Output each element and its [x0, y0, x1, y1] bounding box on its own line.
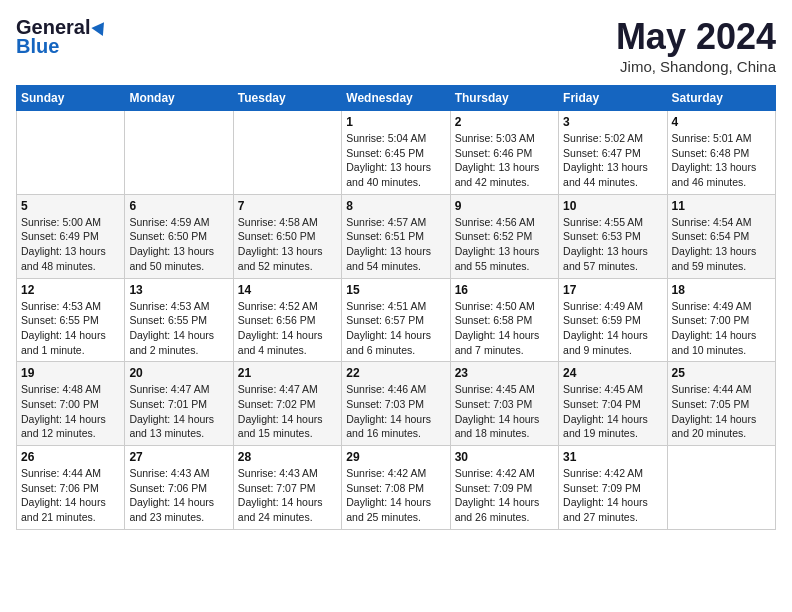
- calendar-cell: 4Sunrise: 5:01 AM Sunset: 6:48 PM Daylig…: [667, 111, 775, 195]
- calendar-cell: 3Sunrise: 5:02 AM Sunset: 6:47 PM Daylig…: [559, 111, 667, 195]
- day-number: 15: [346, 283, 445, 297]
- calendar-cell: 19Sunrise: 4:48 AM Sunset: 7:00 PM Dayli…: [17, 362, 125, 446]
- day-info: Sunrise: 4:49 AM Sunset: 7:00 PM Dayligh…: [672, 299, 771, 358]
- calendar-cell: 27Sunrise: 4:43 AM Sunset: 7:06 PM Dayli…: [125, 446, 233, 530]
- day-number: 29: [346, 450, 445, 464]
- day-number: 17: [563, 283, 662, 297]
- day-number: 28: [238, 450, 337, 464]
- location: Jimo, Shandong, China: [616, 58, 776, 75]
- day-info: Sunrise: 4:59 AM Sunset: 6:50 PM Dayligh…: [129, 215, 228, 274]
- calendar-cell: 2Sunrise: 5:03 AM Sunset: 6:46 PM Daylig…: [450, 111, 558, 195]
- day-info: Sunrise: 4:58 AM Sunset: 6:50 PM Dayligh…: [238, 215, 337, 274]
- logo: General Blue: [16, 16, 110, 58]
- day-info: Sunrise: 4:56 AM Sunset: 6:52 PM Dayligh…: [455, 215, 554, 274]
- day-info: Sunrise: 4:49 AM Sunset: 6:59 PM Dayligh…: [563, 299, 662, 358]
- weekday-header-thursday: Thursday: [450, 86, 558, 111]
- calendar-cell: [17, 111, 125, 195]
- calendar-cell: 15Sunrise: 4:51 AM Sunset: 6:57 PM Dayli…: [342, 278, 450, 362]
- day-info: Sunrise: 5:04 AM Sunset: 6:45 PM Dayligh…: [346, 131, 445, 190]
- day-info: Sunrise: 4:48 AM Sunset: 7:00 PM Dayligh…: [21, 382, 120, 441]
- day-info: Sunrise: 5:01 AM Sunset: 6:48 PM Dayligh…: [672, 131, 771, 190]
- day-number: 9: [455, 199, 554, 213]
- calendar-cell: 1Sunrise: 5:04 AM Sunset: 6:45 PM Daylig…: [342, 111, 450, 195]
- weekday-header-sunday: Sunday: [17, 86, 125, 111]
- calendar-cell: 30Sunrise: 4:42 AM Sunset: 7:09 PM Dayli…: [450, 446, 558, 530]
- day-number: 27: [129, 450, 228, 464]
- svg-marker-0: [92, 19, 110, 36]
- calendar-cell: 29Sunrise: 4:42 AM Sunset: 7:08 PM Dayli…: [342, 446, 450, 530]
- calendar-cell: 13Sunrise: 4:53 AM Sunset: 6:55 PM Dayli…: [125, 278, 233, 362]
- calendar-cell: 24Sunrise: 4:45 AM Sunset: 7:04 PM Dayli…: [559, 362, 667, 446]
- logo-blue: Blue: [16, 35, 59, 58]
- day-number: 24: [563, 366, 662, 380]
- logo-icon: [91, 19, 109, 37]
- day-info: Sunrise: 4:57 AM Sunset: 6:51 PM Dayligh…: [346, 215, 445, 274]
- day-info: Sunrise: 4:47 AM Sunset: 7:01 PM Dayligh…: [129, 382, 228, 441]
- calendar-cell: 7Sunrise: 4:58 AM Sunset: 6:50 PM Daylig…: [233, 194, 341, 278]
- calendar-cell: [667, 446, 775, 530]
- day-info: Sunrise: 5:02 AM Sunset: 6:47 PM Dayligh…: [563, 131, 662, 190]
- day-number: 11: [672, 199, 771, 213]
- calendar-cell: 20Sunrise: 4:47 AM Sunset: 7:01 PM Dayli…: [125, 362, 233, 446]
- calendar-cell: [233, 111, 341, 195]
- day-info: Sunrise: 5:03 AM Sunset: 6:46 PM Dayligh…: [455, 131, 554, 190]
- day-number: 19: [21, 366, 120, 380]
- calendar-cell: 21Sunrise: 4:47 AM Sunset: 7:02 PM Dayli…: [233, 362, 341, 446]
- calendar-cell: 18Sunrise: 4:49 AM Sunset: 7:00 PM Dayli…: [667, 278, 775, 362]
- day-info: Sunrise: 4:44 AM Sunset: 7:06 PM Dayligh…: [21, 466, 120, 525]
- calendar-cell: 22Sunrise: 4:46 AM Sunset: 7:03 PM Dayli…: [342, 362, 450, 446]
- weekday-header-tuesday: Tuesday: [233, 86, 341, 111]
- day-number: 8: [346, 199, 445, 213]
- day-info: Sunrise: 4:54 AM Sunset: 6:54 PM Dayligh…: [672, 215, 771, 274]
- day-info: Sunrise: 4:43 AM Sunset: 7:07 PM Dayligh…: [238, 466, 337, 525]
- day-number: 23: [455, 366, 554, 380]
- day-info: Sunrise: 4:44 AM Sunset: 7:05 PM Dayligh…: [672, 382, 771, 441]
- day-info: Sunrise: 4:45 AM Sunset: 7:04 PM Dayligh…: [563, 382, 662, 441]
- day-number: 18: [672, 283, 771, 297]
- day-number: 25: [672, 366, 771, 380]
- day-info: Sunrise: 4:46 AM Sunset: 7:03 PM Dayligh…: [346, 382, 445, 441]
- calendar-cell: 6Sunrise: 4:59 AM Sunset: 6:50 PM Daylig…: [125, 194, 233, 278]
- day-number: 3: [563, 115, 662, 129]
- day-info: Sunrise: 4:43 AM Sunset: 7:06 PM Dayligh…: [129, 466, 228, 525]
- day-info: Sunrise: 4:45 AM Sunset: 7:03 PM Dayligh…: [455, 382, 554, 441]
- calendar-cell: [125, 111, 233, 195]
- day-info: Sunrise: 4:53 AM Sunset: 6:55 PM Dayligh…: [21, 299, 120, 358]
- calendar-header-row: SundayMondayTuesdayWednesdayThursdayFrid…: [17, 86, 776, 111]
- calendar-cell: 28Sunrise: 4:43 AM Sunset: 7:07 PM Dayli…: [233, 446, 341, 530]
- day-number: 2: [455, 115, 554, 129]
- day-info: Sunrise: 5:00 AM Sunset: 6:49 PM Dayligh…: [21, 215, 120, 274]
- day-info: Sunrise: 4:51 AM Sunset: 6:57 PM Dayligh…: [346, 299, 445, 358]
- weekday-header-saturday: Saturday: [667, 86, 775, 111]
- calendar-cell: 12Sunrise: 4:53 AM Sunset: 6:55 PM Dayli…: [17, 278, 125, 362]
- day-info: Sunrise: 4:55 AM Sunset: 6:53 PM Dayligh…: [563, 215, 662, 274]
- day-info: Sunrise: 4:50 AM Sunset: 6:58 PM Dayligh…: [455, 299, 554, 358]
- day-number: 4: [672, 115, 771, 129]
- day-number: 12: [21, 283, 120, 297]
- day-number: 1: [346, 115, 445, 129]
- calendar-cell: 9Sunrise: 4:56 AM Sunset: 6:52 PM Daylig…: [450, 194, 558, 278]
- calendar-cell: 11Sunrise: 4:54 AM Sunset: 6:54 PM Dayli…: [667, 194, 775, 278]
- title-section: May 2024 Jimo, Shandong, China: [616, 16, 776, 75]
- day-number: 13: [129, 283, 228, 297]
- day-number: 10: [563, 199, 662, 213]
- calendar-cell: 10Sunrise: 4:55 AM Sunset: 6:53 PM Dayli…: [559, 194, 667, 278]
- day-number: 26: [21, 450, 120, 464]
- calendar-week-1: 1Sunrise: 5:04 AM Sunset: 6:45 PM Daylig…: [17, 111, 776, 195]
- day-number: 6: [129, 199, 228, 213]
- month-year: May 2024: [616, 16, 776, 58]
- calendar-cell: 16Sunrise: 4:50 AM Sunset: 6:58 PM Dayli…: [450, 278, 558, 362]
- weekday-header-friday: Friday: [559, 86, 667, 111]
- calendar-week-5: 26Sunrise: 4:44 AM Sunset: 7:06 PM Dayli…: [17, 446, 776, 530]
- calendar-cell: 26Sunrise: 4:44 AM Sunset: 7:06 PM Dayli…: [17, 446, 125, 530]
- day-number: 5: [21, 199, 120, 213]
- calendar-week-3: 12Sunrise: 4:53 AM Sunset: 6:55 PM Dayli…: [17, 278, 776, 362]
- day-number: 16: [455, 283, 554, 297]
- calendar-table: SundayMondayTuesdayWednesdayThursdayFrid…: [16, 85, 776, 530]
- calendar-cell: 31Sunrise: 4:42 AM Sunset: 7:09 PM Dayli…: [559, 446, 667, 530]
- day-info: Sunrise: 4:42 AM Sunset: 7:09 PM Dayligh…: [455, 466, 554, 525]
- weekday-header-wednesday: Wednesday: [342, 86, 450, 111]
- calendar-cell: 8Sunrise: 4:57 AM Sunset: 6:51 PM Daylig…: [342, 194, 450, 278]
- page-header: General Blue May 2024 Jimo, Shandong, Ch…: [16, 16, 776, 75]
- calendar-cell: 23Sunrise: 4:45 AM Sunset: 7:03 PM Dayli…: [450, 362, 558, 446]
